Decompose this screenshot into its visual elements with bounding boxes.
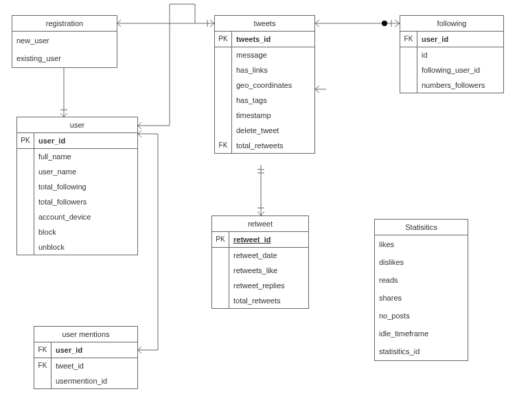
entity-title: following bbox=[400, 16, 503, 32]
attr-row: block bbox=[17, 224, 137, 240]
entity-title: user bbox=[17, 117, 137, 133]
attr-label: user_id bbox=[34, 133, 137, 148]
key-label: PK bbox=[212, 232, 229, 247]
key-label: PK bbox=[215, 32, 232, 47]
attr-row: numbers_followers bbox=[400, 78, 503, 93]
entity-retweet: retweet PK retweet_id retweet_date retwe… bbox=[211, 215, 309, 309]
attr-row: unblock bbox=[17, 240, 137, 255]
entity-registration: registration new_user existing_user bbox=[12, 15, 117, 68]
fk-row: FK tweet_id bbox=[34, 358, 137, 373]
entity-statistics: Statisitics likes dislikes reads shares … bbox=[374, 219, 468, 361]
key-label bbox=[17, 149, 34, 164]
fk-row: FK user_id bbox=[34, 342, 137, 358]
entity-title: tweets bbox=[215, 16, 314, 32]
attr-row: existing_user bbox=[12, 49, 117, 67]
attr-row: idle_timeframe bbox=[375, 325, 468, 342]
key-label: FK bbox=[400, 32, 417, 47]
entity-following: following FK user_id id following_user_i… bbox=[400, 15, 504, 93]
attr-label: tweets_id bbox=[232, 32, 314, 47]
attr-row: user_name bbox=[17, 164, 137, 179]
attr-row: dislikes bbox=[375, 253, 468, 271]
attr-row: id bbox=[400, 47, 503, 62]
attr-row: new_user bbox=[12, 32, 117, 49]
fk-row: FK user_id bbox=[400, 32, 503, 47]
attr-row: total_following bbox=[17, 179, 137, 194]
attr-row: has_links bbox=[215, 62, 314, 78]
attr-row: retweet_date bbox=[212, 247, 308, 263]
attr-label: usermention_id bbox=[51, 373, 137, 388]
attr-row: full_name bbox=[17, 148, 137, 164]
attr-row: total_retweets bbox=[212, 293, 308, 308]
attr-row: no_posts bbox=[375, 307, 468, 325]
attr-label: user_id bbox=[417, 32, 503, 47]
attr-row: message bbox=[215, 47, 314, 62]
attr-row: timestamp bbox=[215, 108, 314, 123]
attr-label: full_name bbox=[34, 149, 137, 164]
attr-row: has_tags bbox=[215, 93, 314, 108]
attr-row: following_user_id bbox=[400, 62, 503, 78]
fk-row: FKtotal_retweets bbox=[215, 138, 314, 153]
attr-label: retweet_id bbox=[229, 232, 308, 247]
attr-row: retweets_like bbox=[212, 263, 308, 278]
attr-row: geo_coordinates bbox=[215, 78, 314, 93]
key-label: FK bbox=[34, 358, 51, 373]
svg-point-7 bbox=[382, 21, 387, 26]
key-label: FK bbox=[34, 342, 51, 358]
entity-tweets: tweets PK tweets_id message has_links ge… bbox=[214, 15, 315, 154]
entity-title: user mentions bbox=[34, 327, 137, 342]
attr-row: reads bbox=[375, 271, 468, 289]
entity-user-mentions: user mentions FK user_id FK tweet_id use… bbox=[34, 326, 138, 389]
attr-row: likes bbox=[375, 235, 468, 253]
attr-row: usermention_id bbox=[34, 373, 137, 388]
entity-title: registration bbox=[12, 16, 117, 32]
pk-row: PK user_id bbox=[17, 133, 137, 148]
attr-row: retweet_replies bbox=[212, 278, 308, 293]
attr-label: tweet_id bbox=[51, 358, 137, 373]
attr-row: total_followers bbox=[17, 194, 137, 209]
attr-row: statisitics_id bbox=[375, 342, 468, 360]
attr-row: delete_tweet bbox=[215, 123, 314, 138]
pk-row: PK retweet_id bbox=[212, 232, 308, 247]
attr-row: account_device bbox=[17, 209, 137, 224]
attr-row: shares bbox=[375, 289, 468, 307]
entity-title: retweet bbox=[212, 216, 308, 232]
attr-label: user_id bbox=[51, 342, 137, 358]
entity-title: Statisitics bbox=[375, 220, 468, 235]
key-label bbox=[34, 373, 51, 388]
entity-user: user PK user_id full_name user_name tota… bbox=[16, 117, 138, 255]
pk-row: PK tweets_id bbox=[215, 32, 314, 47]
key-label: PK bbox=[17, 133, 34, 148]
